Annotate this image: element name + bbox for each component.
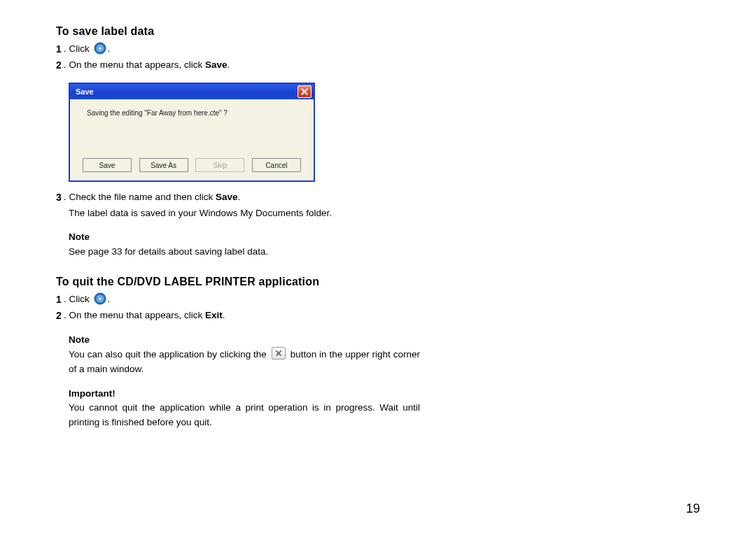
important-label: Important! [69, 387, 420, 401]
step-number: 1 [56, 292, 62, 307]
step-period: . [64, 190, 66, 204]
dialog-body: Saving the editing "Far Away from here.c… [70, 99, 314, 180]
note-text-2: You can also quit the application by cli… [69, 347, 420, 377]
step-period: . [64, 308, 66, 322]
disc-icon [94, 42, 106, 55]
step-bold: Save [216, 192, 238, 202]
skip-button: Skip [195, 158, 244, 172]
step-text-b: . [227, 59, 230, 70]
page-number: 19 [686, 502, 700, 516]
step-after: . [108, 43, 111, 54]
svg-point-2 [98, 47, 101, 50]
step-3: 3 . Check the file name and then click S… [56, 190, 420, 205]
step-text: Click [69, 294, 92, 304]
manual-page: To save label data 1 . Click . 2 . On th… [0, 0, 756, 533]
step-text-a: On the menu that appears, click [69, 59, 205, 70]
step-number: 3 [56, 190, 62, 205]
step-after: . [108, 294, 111, 304]
step-period: . [64, 58, 66, 72]
close-icon[interactable] [298, 85, 312, 98]
step-period: . [64, 42, 66, 56]
step-number: 2 [56, 58, 62, 73]
note-text-2a: You can also quit the application by cli… [69, 349, 270, 360]
close-icon [272, 347, 286, 360]
step-period: . [64, 292, 66, 306]
disc-icon [94, 292, 106, 305]
cancel-button[interactable]: Cancel [252, 158, 301, 172]
content-column: To save label data 1 . Click . 2 . On th… [56, 25, 420, 430]
step-bold: Exit [205, 310, 223, 320]
step-body: Check the file name and then click Save. [69, 190, 420, 204]
step-2b: 2 . On the menu that appears, click Exit… [56, 308, 420, 323]
step-text: Click [69, 43, 92, 54]
step-1: 1 . Click . [56, 42, 420, 57]
step-body: Click . [69, 42, 420, 56]
step-text-a: Check the file name and then click [69, 192, 216, 202]
step-text-a: On the menu that appears, click [69, 310, 205, 320]
save-as-button[interactable]: Save As [139, 158, 188, 172]
step-body: Click . [69, 292, 420, 306]
step-number: 2 [56, 308, 62, 323]
save-dialog: Save Saving the editing "Far Away from h… [69, 83, 315, 182]
dialog-message: Saving the editing "Far Away from here.c… [87, 109, 227, 117]
save-button[interactable]: Save [83, 158, 132, 172]
step-2: 2 . On the menu that appears, click Save… [56, 58, 420, 73]
step-body: On the menu that appears, click Save. [69, 58, 420, 72]
step-body: On the menu that appears, click Exit. [69, 308, 420, 322]
dialog-titlebar: Save [70, 84, 314, 99]
step-number: 1 [56, 42, 62, 57]
note-label: Note [69, 230, 420, 244]
svg-point-5 [98, 297, 101, 300]
dialog-title: Save [76, 87, 298, 96]
step-text-b: . [223, 310, 225, 320]
note-text: See page 33 for details about saving lab… [69, 245, 420, 259]
step-1b: 1 . Click . [56, 292, 420, 307]
heading-save-label-data: To save label data [56, 25, 420, 38]
step-3-sub: The label data is saved in your Windows … [69, 206, 420, 220]
important-text: You cannot quit the application while a … [69, 401, 420, 430]
step-bold: Save [205, 59, 227, 70]
note-label-2: Note [69, 333, 420, 347]
step-text-b: . [237, 192, 240, 202]
dialog-button-row: Save Save As Skip Cancel [83, 158, 301, 172]
heading-quit-app: To quit the CD/DVD LABEL PRINTER applica… [56, 276, 420, 288]
